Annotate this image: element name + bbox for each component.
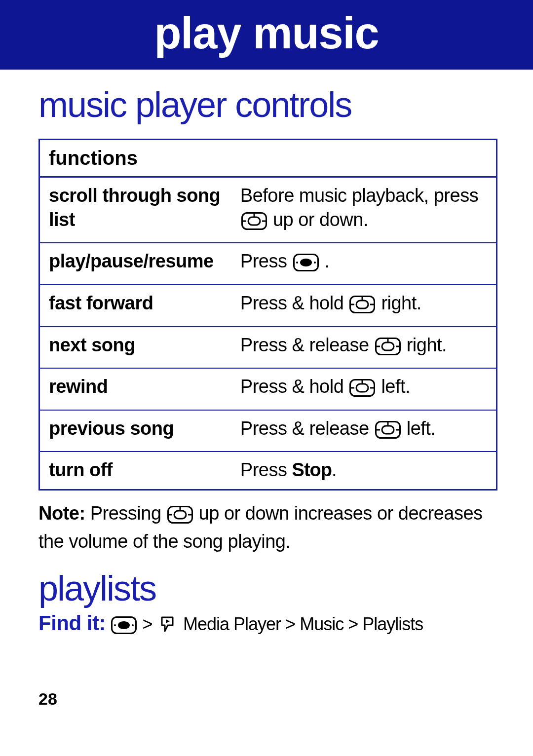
desc-text: right.	[376, 293, 421, 313]
svg-point-8	[314, 262, 316, 264]
stop-label: Stop	[292, 459, 332, 480]
table-row: next song Press & release right.	[39, 327, 497, 369]
page-number: 28	[38, 689, 57, 709]
breadcrumb-sep: >	[138, 614, 156, 634]
breadcrumb-path: Media Player > Music > Playlists	[183, 614, 423, 634]
desc-text: left.	[376, 376, 410, 397]
section-heading-controls: music player controls	[38, 84, 497, 125]
desc-text: Press	[240, 251, 292, 271]
svg-point-7	[296, 262, 298, 264]
svg-rect-15	[382, 342, 394, 350]
nav-key-icon	[167, 505, 193, 529]
section-heading-playlists: playlists	[38, 568, 497, 608]
desc-text: Press & release	[240, 335, 374, 355]
desc-text: .	[332, 459, 337, 480]
desc-text: .	[320, 251, 330, 271]
function-desc: Press & hold left.	[231, 368, 497, 410]
desc-text: right.	[402, 335, 447, 355]
table-header: functions	[39, 140, 497, 177]
table-row: fast forward Press & hold right.	[39, 285, 497, 327]
function-name: rewind	[39, 368, 231, 410]
function-desc: Press Stop.	[231, 452, 497, 490]
note-label: Note:	[38, 503, 85, 524]
function-name: fast forward	[39, 285, 231, 327]
desc-text: Before music playback, press	[240, 185, 478, 206]
function-name: turn off	[39, 452, 231, 490]
desc-text: Press & release	[240, 418, 374, 439]
find-it-label: Find it:	[38, 611, 106, 635]
page-header: play music	[0, 0, 533, 70]
function-desc: Press .	[231, 243, 497, 285]
function-name: previous song	[39, 410, 231, 452]
table-row: previous song Press & release left.	[39, 410, 497, 452]
table-row: scroll through song list Before music pl…	[39, 177, 497, 243]
svg-point-36	[114, 624, 116, 626]
svg-rect-20	[356, 384, 368, 392]
function-desc: Before music playback, press up or down.	[231, 177, 497, 243]
note-text: Pressing	[85, 503, 166, 524]
nav-key-icon	[375, 420, 401, 445]
table-row: turn off Press Stop.	[39, 452, 497, 490]
svg-rect-30	[174, 511, 186, 519]
nav-key-icon	[241, 212, 267, 236]
page-content: music player controls functions scroll t…	[0, 84, 533, 639]
note-paragraph: Note: Pressing up or down increases or d…	[38, 501, 497, 553]
function-name: play/pause/resume	[39, 243, 231, 285]
desc-text: left.	[402, 418, 436, 439]
function-desc: Press & release left.	[231, 410, 497, 452]
table-row: rewind Press & hold left.	[39, 368, 497, 410]
function-name: scroll through song list	[39, 177, 231, 243]
desc-text: Press	[240, 459, 292, 480]
functions-table: functions scroll through song list Befor…	[38, 139, 497, 491]
page-title: play music	[0, 8, 533, 59]
function-desc: Press & hold right.	[231, 285, 497, 327]
nav-key-icon	[349, 295, 375, 319]
nav-key-icon	[375, 337, 401, 361]
svg-point-37	[132, 624, 134, 626]
center-key-icon	[111, 616, 137, 639]
svg-rect-10	[356, 301, 368, 308]
media-player-icon	[158, 614, 178, 639]
svg-point-35	[118, 621, 130, 629]
center-key-icon	[293, 253, 319, 277]
function-desc: Press & release right.	[231, 327, 497, 369]
function-name: next song	[39, 327, 231, 369]
desc-text: Press & hold	[240, 293, 349, 313]
svg-point-6	[300, 259, 312, 266]
desc-text: up or down.	[268, 209, 368, 230]
svg-marker-38	[166, 619, 170, 623]
svg-rect-1	[248, 217, 260, 225]
desc-text: Press & hold	[240, 376, 349, 397]
svg-rect-25	[382, 426, 394, 434]
find-it-line: Find it: > Media Player > Music > Playli…	[38, 611, 497, 639]
table-row: play/pause/resume Press .	[39, 243, 497, 285]
nav-key-icon	[349, 378, 375, 403]
